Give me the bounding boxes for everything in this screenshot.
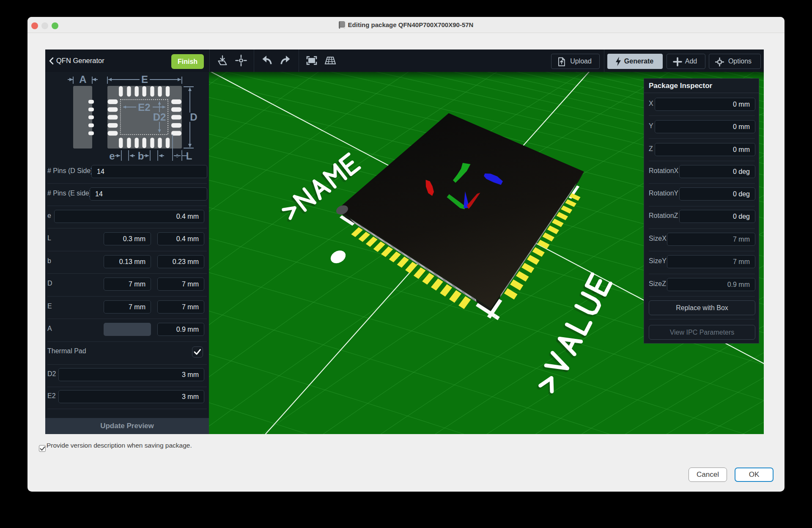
svg-text:b: b bbox=[138, 150, 144, 162]
svg-text:E: E bbox=[141, 74, 148, 85]
svg-text:L: L bbox=[186, 150, 192, 162]
svg-text:D: D bbox=[190, 111, 197, 123]
svg-text:e: e bbox=[109, 150, 115, 162]
svg-text:A: A bbox=[79, 74, 86, 85]
svg-text:D2: D2 bbox=[153, 111, 166, 123]
svg-text:E2: E2 bbox=[138, 102, 150, 113]
